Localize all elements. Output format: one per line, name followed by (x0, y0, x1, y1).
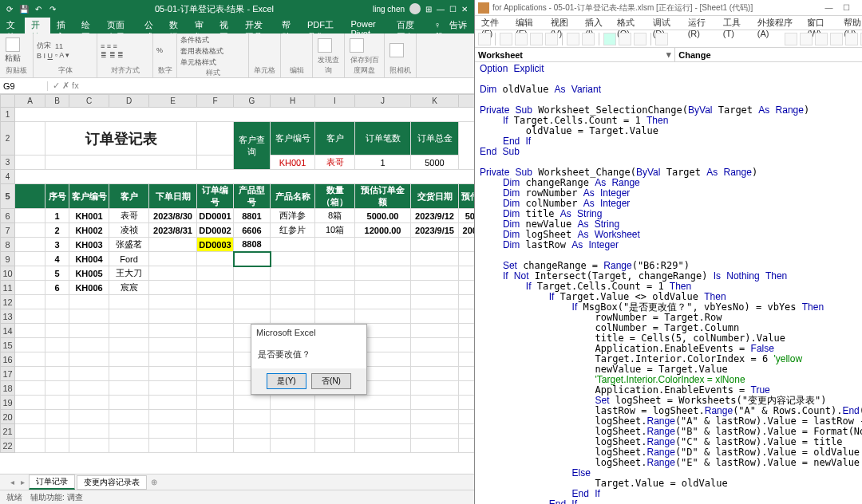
menu-format[interactable]: 格式(O) (612, 16, 648, 30)
redo-icon[interactable]: ↷ (47, 3, 58, 14)
cell-cust[interactable]: 表哥 (109, 209, 149, 223)
tb-view-icon[interactable] (478, 33, 491, 45)
cell-style[interactable]: 单元格样式 (180, 57, 223, 68)
cell-prod[interactable] (271, 281, 315, 295)
tb-indent-icon[interactable] (785, 33, 797, 45)
cell-cust[interactable]: 凌祯 (109, 223, 149, 238)
cell-date[interactable] (149, 238, 197, 252)
tb-run-icon[interactable] (603, 33, 616, 45)
tab-help[interactable]: 帮助 (275, 18, 300, 33)
cell-date[interactable]: 2023/8/31 (149, 223, 197, 238)
cell-model[interactable]: 6606 (234, 223, 271, 238)
cell-deliv[interactable] (411, 266, 459, 281)
tab-data[interactable]: 数据 (163, 18, 188, 33)
font-name[interactable]: 仿宋 (37, 41, 53, 51)
cell-deliv[interactable]: 2023/9/12 (411, 209, 459, 223)
cell-order[interactable]: DD0001 (197, 209, 234, 223)
menu-addins[interactable]: 外接程序(A) (753, 16, 802, 30)
cell-deliv[interactable] (411, 281, 459, 295)
tb-break-icon[interactable] (619, 33, 631, 45)
cell-seq[interactable]: 5 (45, 266, 69, 281)
cell-deliv[interactable] (411, 238, 459, 252)
cell-qty[interactable] (315, 281, 355, 295)
cell-pre[interactable] (459, 281, 475, 295)
sheet-nav-prev[interactable]: ◂ (8, 478, 17, 486)
cell-qty[interactable]: 10箱 (315, 223, 355, 238)
cell-date[interactable]: 2023/8/30 (149, 209, 197, 223)
menu-run[interactable]: 运行(R) (683, 16, 718, 30)
cell-custid[interactable]: KH001 (69, 209, 109, 223)
tab-powerpivot[interactable]: Power Pivot (345, 18, 390, 33)
menu-debug[interactable]: 调试(D) (648, 16, 683, 30)
cell-custid[interactable]: KH004 (69, 252, 109, 266)
tb-outdent-icon[interactable] (800, 33, 813, 45)
msgbox-yes-button[interactable]: 是(Y) (267, 373, 306, 389)
menu-edit[interactable]: 编辑(E) (511, 16, 546, 30)
tb-cut-icon[interactable] (515, 33, 528, 45)
cell-model[interactable] (234, 252, 271, 266)
sheet-tab-2[interactable]: 变更内容记录表 (77, 475, 147, 490)
cell-seq[interactable]: 1 (45, 209, 69, 223)
cell-prod[interactable] (271, 266, 315, 281)
table-format[interactable]: 套用表格格式 (180, 46, 223, 57)
cell-seq[interactable]: 2 (45, 223, 69, 238)
cell-deliv[interactable] (411, 252, 459, 266)
tab-review[interactable]: 审阅 (188, 18, 213, 33)
ribbon-opts-icon[interactable]: ⊞ (425, 5, 432, 14)
cell-order[interactable] (197, 252, 234, 266)
tb-comment-icon[interactable] (830, 33, 843, 45)
maximize-icon[interactable]: ☐ (449, 5, 457, 14)
cond-format[interactable]: 条件格式 (180, 35, 223, 45)
cell-custid[interactable]: KH006 (69, 281, 109, 295)
discover-button[interactable] (316, 37, 334, 54)
cell-seq[interactable]: 3 (45, 238, 69, 252)
cell-qty[interactable] (315, 238, 355, 252)
tab-view[interactable]: 视图 (213, 18, 238, 33)
cell-order[interactable]: DD0003 (197, 238, 234, 252)
tab-formula[interactable]: 公式 (138, 18, 163, 33)
menu-insert[interactable]: 插入(I) (580, 16, 612, 30)
avatar[interactable] (409, 3, 421, 14)
cell-amt[interactable] (355, 252, 411, 266)
tab-home[interactable]: 开始 (25, 18, 49, 33)
cell-deliv[interactable]: 2023/9/15 (411, 223, 459, 238)
save-icon[interactable]: 💾 (18, 3, 30, 14)
qv-cust[interactable]: 表哥 (315, 156, 355, 170)
tab-baidu[interactable]: 百度网盘 (390, 18, 428, 33)
menu-window[interactable]: 窗口(W) (802, 16, 839, 30)
cell-custid[interactable]: KH002 (69, 223, 109, 238)
cell-order[interactable] (197, 281, 234, 295)
tab-insert[interactable]: 插入 (50, 18, 75, 33)
tb-save-icon[interactable] (500, 33, 512, 45)
undo-icon[interactable]: ↶ (33, 3, 44, 14)
cell-cust[interactable]: 王大刀 (109, 266, 149, 281)
sheet-tab-1[interactable]: 订单记录 (29, 474, 75, 490)
cell-model[interactable]: 8801 (234, 209, 271, 223)
qv-amt[interactable]: 5000 (411, 156, 459, 170)
cell-pre[interactable]: 500.00 (459, 209, 475, 223)
fx-icon[interactable]: ✓ ✗ fx (48, 81, 84, 91)
sheet-add-icon[interactable]: ⊕ (148, 478, 160, 486)
worksheet-grid[interactable]: ABCDEFGHIJKL 1 2订单登记表 客户查询 客户编号 客户 订单笔数 … (0, 94, 474, 474)
tb-uncomment-icon[interactable] (845, 33, 858, 45)
cell-custid[interactable]: KH005 (69, 266, 109, 281)
cell-pre[interactable] (459, 238, 475, 252)
cell-pre[interactable] (459, 252, 475, 266)
cell-pre[interactable]: 2000.00 (459, 223, 475, 238)
cell-amt[interactable] (355, 281, 411, 295)
cell-model[interactable] (234, 281, 271, 295)
cell-cust[interactable]: 张盛茗 (109, 238, 149, 252)
cell-model[interactable]: 8808 (234, 238, 271, 252)
cell-prod[interactable] (271, 238, 315, 252)
tb-copy-icon[interactable] (530, 33, 543, 45)
cell-amt[interactable] (355, 266, 411, 281)
cell-amt[interactable]: 12000.00 (355, 223, 411, 238)
autosave-icon[interactable]: ⟳ (4, 3, 15, 14)
tab-tell-me[interactable]: ♀ 告诉我 (428, 18, 474, 33)
cell-cust[interactable]: Ford (109, 252, 149, 266)
cell-date[interactable] (149, 281, 197, 295)
cell-qty[interactable] (315, 252, 355, 266)
tab-pdf[interactable]: PDF工具集 (301, 18, 345, 33)
tb-reset-icon[interactable] (634, 33, 646, 45)
baidu-save-button[interactable] (348, 37, 366, 54)
